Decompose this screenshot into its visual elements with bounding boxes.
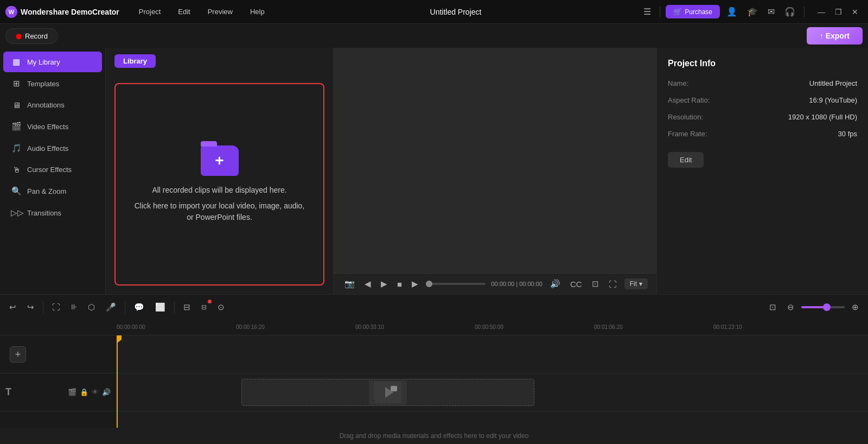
info-row-resolution: Resolution: 1920 x 1080 (Full HD) [668, 113, 857, 121]
ruler-label-4: 00:01:06:20 [594, 324, 623, 330]
templates-icon: ⊞ [11, 79, 22, 88]
track-icon-media[interactable]: 🎬 [68, 388, 76, 396]
sidebar-label-audio-effects: Audio Effects [27, 144, 68, 153]
zoom-slider[interactable] [801, 306, 845, 308]
sidebar-label-video-effects: Video Effects [27, 123, 68, 131]
transitions-icon: ▷▷ [11, 208, 22, 218]
audio-effects-icon: 🎵 [11, 143, 22, 153]
menu-project[interactable]: Project [132, 5, 167, 18]
sidebar-label-transitions: Transitions [27, 209, 61, 217]
progress-bar[interactable] [426, 283, 486, 285]
info-row-frame-rate: Frame Rate: 30 fps [668, 130, 857, 138]
annotations-icon: 🖥 [11, 100, 22, 110]
import-text-line2: Click here to import your local video, i… [132, 200, 307, 223]
record-button[interactable]: ⬤ Record [5, 28, 58, 44]
fit-timeline-icon[interactable]: ⊡ [765, 300, 780, 315]
layout-icon[interactable]: ⊟ [180, 300, 194, 315]
sidebar-label-my-library: My Library [27, 58, 60, 66]
top-bar: W Wondershare DemoCreator Project Edit P… [0, 0, 868, 24]
import-text-line1: All recorded clips will be displayed her… [132, 185, 307, 196]
caption-box-icon[interactable]: ⬜ [151, 300, 169, 315]
microphone-icon[interactable]: 🎤 [102, 300, 120, 315]
chat-icon[interactable]: 💬 [130, 300, 148, 315]
info-row-aspect: Aspect Ratio: 16:9 (YouTube) [668, 96, 857, 104]
step-forward-icon[interactable]: ▶ [410, 278, 420, 290]
zoom-out-icon[interactable]: ⊖ [783, 300, 798, 315]
sidebar-item-annotations[interactable]: 🖥 Annotations [3, 95, 102, 115]
screenshot-icon[interactable]: 📷 [342, 278, 357, 290]
info-row-name: Name: Untitled Project [668, 79, 857, 87]
headset-icon[interactable]: 🎧 [781, 4, 799, 19]
sidebar-item-cursor-effects[interactable]: 🖱 Cursor Effects [3, 160, 102, 180]
snapshot-icon[interactable]: ⊙ [214, 300, 228, 315]
svg-rect-2 [391, 386, 397, 391]
app-logo-icon: W [5, 6, 17, 18]
menu-edit[interactable]: Edit [171, 5, 196, 18]
cart-icon: 🛒 [673, 8, 682, 16]
edit-button[interactable]: Edit [668, 152, 704, 168]
fit-button[interactable]: Fit ▾ [624, 278, 648, 289]
top-right-area: ☰ 🛒 Purchase 👤 🎓 ✉ 🎧 — ❐ ✕ [640, 4, 863, 19]
track-icon-audio[interactable]: 🔊 [102, 388, 111, 396]
video-controls: 📷 ◀ ▶ ■ ▶ 00:00:00 | 00:00:00 🔊 CC ⊡ ⛶ F… [334, 273, 656, 294]
timeline-playhead[interactable] [117, 335, 118, 428]
sidebar-item-audio-effects[interactable]: 🎵 Audio Effects [3, 138, 102, 158]
crop-tool-icon[interactable]: ⛶ [48, 300, 64, 314]
toolbar-sep1 [43, 301, 43, 313]
sidebar-item-transitions[interactable]: ▷▷ Transitions [3, 202, 102, 223]
captions-icon[interactable]: CC [568, 278, 584, 290]
purchase-button[interactable]: 🛒 Purchase [666, 5, 720, 18]
sidebar-item-pan-zoom[interactable]: 🔍 Pan & Zoom [3, 181, 102, 201]
graduation-icon[interactable]: 🎓 [744, 4, 761, 19]
sidebar-item-video-effects[interactable]: 🎬 Video Effects [3, 116, 102, 137]
step-back-icon[interactable]: ◀ [362, 278, 373, 290]
video-effects-icon: 🎬 [11, 122, 22, 131]
multi-layout-icon[interactable]: ⊟ [197, 301, 210, 314]
menu-help[interactable]: Help [244, 5, 271, 18]
menu-preview[interactable]: Preview [201, 5, 239, 18]
main-content: ▦ My Library ⊞ Templates 🖥 Annotations 🎬… [0, 48, 868, 294]
minimize-button[interactable]: — [813, 5, 829, 18]
mail-icon[interactable]: ✉ [764, 4, 778, 19]
name-value: Untitled Project [809, 79, 857, 87]
sidebar-item-my-library[interactable]: ▦ My Library [3, 52, 102, 72]
sidebar: ▦ My Library ⊞ Templates 🖥 Annotations 🎬… [0, 48, 106, 294]
video-area [334, 48, 656, 273]
sidebar-label-templates: Templates [27, 80, 59, 88]
resolution-label: Resolution: [668, 113, 703, 121]
stop-icon[interactable]: ■ [395, 278, 404, 290]
notes-icon[interactable]: ☰ [640, 4, 654, 19]
pan-zoom-icon: 🔍 [11, 186, 22, 196]
volume-icon[interactable]: 🔊 [548, 278, 563, 290]
split-icon[interactable]: ⊪ [67, 300, 81, 314]
library-content: + All recorded clips will be displayed h… [106, 74, 333, 294]
undo-button[interactable]: ↩ [5, 300, 20, 315]
fullscreen-icon[interactable]: ⛶ [607, 278, 619, 290]
close-button[interactable]: ✕ [847, 5, 863, 18]
track-icon-eye[interactable]: 👁 [92, 388, 99, 396]
video-clip[interactable] [241, 379, 534, 406]
import-zone[interactable]: + All recorded clips will be displayed h… [114, 83, 324, 286]
library-tab[interactable]: Library [114, 54, 156, 68]
redo-button[interactable]: ↪ [23, 300, 38, 315]
folder-plus-icon: + [215, 152, 224, 169]
aspect-label: Aspect Ratio: [668, 96, 710, 104]
maximize-button[interactable]: ❐ [831, 5, 846, 18]
fit-label: Fit [630, 280, 637, 288]
play-icon[interactable]: ▶ [379, 278, 390, 290]
track-icon-lock[interactable]: 🔒 [80, 388, 88, 396]
progress-thumb[interactable] [426, 281, 432, 287]
sidebar-label-cursor-effects: Cursor Effects [27, 166, 72, 174]
export-label: ↑ Export [820, 31, 850, 40]
export-button[interactable]: ↑ Export [807, 27, 863, 45]
sidebar-item-templates[interactable]: ⊞ Templates [3, 73, 102, 94]
timeline-bottom-label: Drag and drop media materials and effect… [0, 428, 868, 444]
frame-rate-label: Frame Rate: [668, 130, 707, 138]
timeline-tracks-labels: + T 🎬 🔒 👁 🔊 [0, 335, 117, 428]
zoom-in-icon[interactable]: ⊕ [848, 300, 863, 315]
account-icon[interactable]: 👤 [723, 4, 741, 19]
shield-icon[interactable]: ⬡ [84, 300, 99, 315]
add-track-button[interactable]: + [10, 346, 26, 363]
sidebar-label-pan-zoom: Pan & Zoom [27, 187, 66, 195]
crop-icon[interactable]: ⊡ [590, 278, 601, 290]
